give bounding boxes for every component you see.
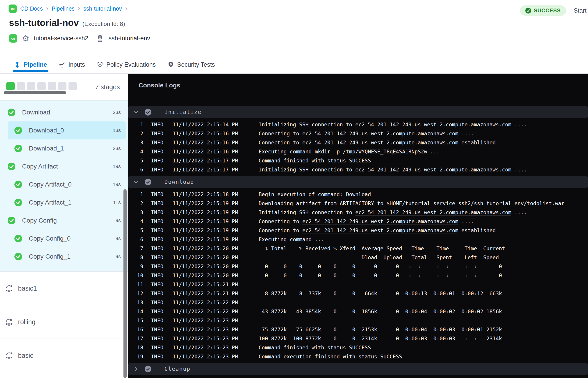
tab-bar: PipelineInputsPolicy EvaluationsSecurity… — [14, 58, 215, 72]
log-message: Begin execution of command: Download — [259, 191, 371, 197]
log-line-number: 3 — [128, 210, 143, 215]
breadcrumb-link-pipelines[interactable]: Pipelines — [52, 5, 74, 12]
stage-row-copy-config-1[interactable]: Copy Config_19s — [8, 248, 126, 266]
stage-duration: 9s — [116, 254, 121, 259]
stage-progress-square — [27, 82, 35, 90]
rolling-deploy-icon — [4, 284, 13, 293]
log-timestamp: 11/11/2022 2:15:16 PM — [173, 131, 259, 136]
log-line: 7INFO11/11/2022 2:15:20 PM % Total % Rec… — [128, 244, 588, 253]
log-message: 100 8772k 100 8772k 0 0 2314k 0 0:00:03 … — [259, 336, 502, 341]
log-level: INFO — [151, 131, 173, 136]
log-message: Initializing SSH connection to ec2-54-20… — [259, 122, 527, 127]
stage-progress-square — [17, 82, 25, 90]
log-line: 12INFO11/11/2022 2:15:21 PM 8 8772k 8 73… — [128, 289, 588, 298]
section-success-icon — [145, 366, 151, 372]
log-level: INFO — [151, 245, 173, 251]
log-host-link[interactable]: ec2-54-201-142-249.us-west-2.compute.ama… — [355, 122, 511, 127]
log-level: INFO — [151, 318, 173, 324]
log-host-link[interactable]: ec2-54-201-142-249.us-west-2.compute.ama… — [302, 140, 458, 146]
log-line: 6INFO11/11/2022 2:15:19 PMExecuting comm… — [128, 235, 588, 244]
stage-duration: 9s — [116, 236, 121, 242]
log-timestamp: 11/11/2022 2:15:23 PM — [173, 318, 259, 324]
log-host-link[interactable]: ec2-54-201-142-249.us-west-2.compute.ama… — [355, 210, 511, 215]
pipeline-row-canary2[interactable]: canary2 — [0, 372, 128, 378]
pipeline-execution-page: ∞ CD Docs › Pipelines › ssh-tutorial-nov… — [0, 0, 588, 378]
stage-duration: 13s — [113, 127, 121, 133]
log-level: INFO — [151, 167, 173, 173]
log-message: Connecting to ec2-54-201-142-249.us-west… — [259, 218, 474, 224]
log-line-number: 6 — [128, 237, 143, 243]
stage-row-download[interactable]: Download23s — [8, 103, 126, 122]
stage-label: Download_0 — [29, 127, 64, 134]
stage-row-download-1[interactable]: Download_123s — [8, 139, 126, 158]
breadcrumb-link-pipeline-name[interactable]: ssh-tutorial-nov — [83, 5, 122, 12]
stage-strip-scrollbar[interactable] — [4, 91, 66, 94]
log-line-number: 1 — [128, 191, 143, 197]
stage-progress-strip: 7 stages — [0, 74, 128, 100]
log-line-number: 7 — [128, 245, 143, 251]
tab-policy-evaluations[interactable]: Policy Evaluations — [97, 58, 156, 72]
log-timestamp: 11/11/2022 2:15:23 PM — [173, 345, 259, 351]
log-section-header-download[interactable]: Download — [128, 176, 588, 188]
tab-inputs[interactable]: Inputs — [59, 58, 85, 72]
stage-success-icon — [8, 163, 15, 170]
breadcrumb-link-cd-docs[interactable]: CD Docs — [20, 5, 43, 12]
stage-progress-square — [48, 82, 56, 90]
harness-service-icon: ∞ — [9, 34, 17, 42]
log-line: 6INFO11/11/2022 2:15:17 PMInitializing S… — [128, 165, 588, 174]
log-line-number: 12 — [128, 291, 143, 297]
rolling-deploy-icon — [4, 317, 13, 326]
log-level: INFO — [151, 272, 173, 278]
log-line: 16INFO11/11/2022 2:15:23 PM 75 8772k 75 … — [128, 325, 588, 334]
log-message: Executing command ... — [259, 237, 324, 243]
execution-sidebar: 7 stages Download23sDownload_013sDownloa… — [0, 74, 128, 378]
chevron-right-icon: › — [78, 5, 80, 12]
pipeline-row-basic[interactable]: basic — [0, 338, 128, 372]
tab-pipeline[interactable]: Pipeline — [14, 58, 47, 72]
tab-label: Policy Evaluations — [106, 61, 156, 68]
stage-label: Download_1 — [29, 145, 64, 152]
log-host-link[interactable]: ec2-54-201-142-249.us-west-2.compute.ama… — [355, 167, 511, 173]
tab-security-tests[interactable]: Security Tests — [167, 58, 215, 72]
log-level: INFO — [151, 218, 173, 224]
stage-success-icon — [8, 217, 15, 224]
start-time-label: Start time — [574, 7, 588, 14]
stage-progress-square — [6, 82, 15, 90]
stage-row-download-0[interactable]: Download_013s — [8, 122, 126, 139]
log-timestamp: 11/11/2022 2:15:14 PM — [173, 122, 259, 127]
stage-row-copy-config-0[interactable]: Copy Config_09s — [8, 230, 126, 248]
pipeline-row-rolling[interactable]: rolling — [0, 305, 128, 338]
log-timestamp: 11/11/2022 2:15:23 PM — [173, 327, 259, 333]
pipeline-row-basic1[interactable]: basic1 — [0, 271, 128, 305]
log-message: Dload Upload Total Spent Left Speed — [259, 255, 499, 260]
log-line-number: 4 — [128, 218, 143, 224]
log-line-number: 5 — [128, 228, 143, 233]
log-line: 5INFO11/11/2022 2:15:19 PMConnection to … — [128, 226, 588, 235]
log-line-number: 4 — [128, 149, 143, 155]
log-section-header-cleanup[interactable]: Cleanup — [128, 363, 588, 375]
stage-row-copy-artifact[interactable]: Copy Artifact19s — [8, 158, 126, 176]
log-timestamp: 11/11/2022 2:15:20 PM — [173, 245, 259, 251]
stage-row-copy-artifact-0[interactable]: Copy Artifact_019s — [8, 176, 126, 193]
sidebar-scrollbar[interactable] — [123, 189, 127, 378]
log-host-link[interactable]: ec2-54-201-142-249.us-west-2.compute.ama… — [302, 218, 458, 224]
log-line-number: 8 — [128, 255, 143, 260]
log-line: 1INFO11/11/2022 2:15:14 PMInitializing S… — [128, 120, 588, 129]
log-line-number: 17 — [128, 336, 143, 341]
log-host-link[interactable]: ec2-54-201-142-249.us-west-2.compute.ama… — [302, 131, 458, 136]
log-level: INFO — [151, 264, 173, 270]
log-timestamp: 11/11/2022 2:15:16 PM — [173, 140, 259, 146]
log-line: 10INFO11/11/2022 2:15:20 PM 0 0 0 0 0 0 … — [128, 271, 588, 280]
stage-row-copy-config[interactable]: Copy Config9s — [8, 212, 126, 230]
section-title: Download — [164, 179, 194, 185]
log-level: INFO — [151, 158, 173, 163]
stage-label: Download — [22, 109, 50, 116]
log-line: 18INFO11/11/2022 2:15:23 PMCommand finis… — [128, 343, 588, 352]
stage-row-copy-artifact-1[interactable]: Copy Artifact_111s — [8, 193, 126, 212]
log-section-header-initialize[interactable]: Initialize — [128, 106, 588, 118]
log-line: 9INFO11/11/2022 2:15:20 PM 0 0 0 0 0 0 0… — [128, 262, 588, 271]
pipeline-label: rolling — [18, 318, 35, 326]
log-host-link[interactable]: ec2-54-201-142-249.us-west-2.compute.ama… — [302, 228, 458, 233]
log-level: INFO — [151, 149, 173, 155]
log-line: 2INFO11/11/2022 2:15:16 PMConnecting to … — [128, 129, 588, 138]
